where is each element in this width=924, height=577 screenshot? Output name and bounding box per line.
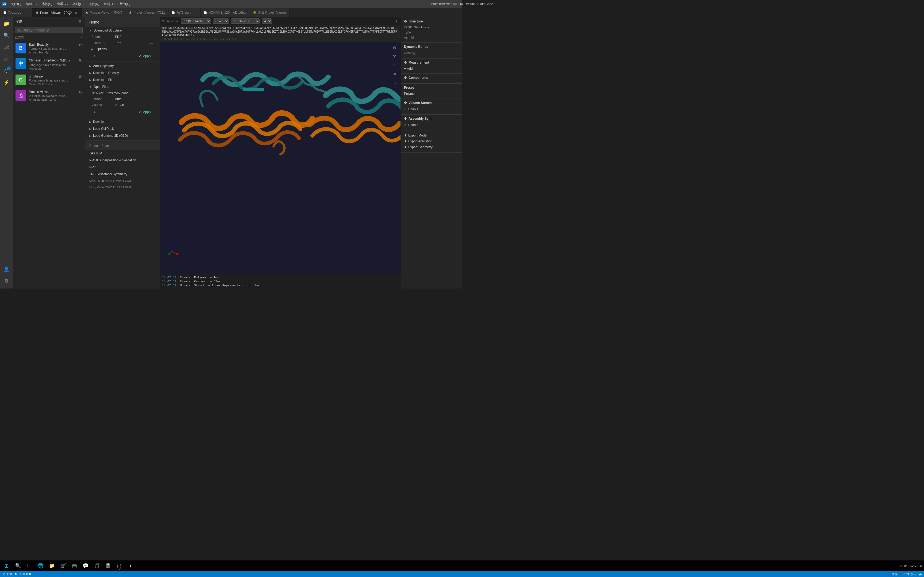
tab-sf-cif[interactable]: 📄 7p71-sf.cif xyxy=(168,8,200,18)
export-animation-button[interactable]: ⬇ Export Animation xyxy=(404,139,459,144)
plus-icon: + xyxy=(404,67,406,71)
pdb-id-row: PDB Id(s) 1tqn ··· xyxy=(85,40,160,46)
residue-select[interactable]: A xyxy=(262,18,272,24)
sliders-icon[interactable]: ≡ xyxy=(391,70,398,77)
ext-item-gmxhelper[interactable]: G gmxhelper For gromacs language supp...… xyxy=(13,73,85,88)
explorer-icon: 📁 xyxy=(3,21,10,27)
tab-viewer-7pqx-close[interactable]: ✕ xyxy=(74,10,78,16)
activity-explorer[interactable]: 📁 xyxy=(1,18,12,29)
ext-item-chinese[interactable]: 中 Chinese (Simplified) (简体...) Language … xyxy=(13,56,85,73)
ext-gear-chinese[interactable]: ⚙ xyxy=(79,58,82,63)
ext-item-bash-beautify[interactable]: B Bash Beautify Format / Beautify bash a… xyxy=(13,40,85,56)
cursor-icon[interactable]: ↖ xyxy=(391,61,398,69)
svg-line-2 xyxy=(172,251,177,254)
options-toggle[interactable]: ▶ Options xyxy=(85,46,160,52)
export-animation-label: Export Animation xyxy=(408,139,433,143)
tab-viewer-7o21-label: Protein Viewer - 7O21 xyxy=(133,11,165,15)
menu-item-s[interactable]: 选择(S) xyxy=(39,2,54,7)
activity-search[interactable]: 🔍 xyxy=(1,30,12,41)
refresh-icon[interactable]: ↻ xyxy=(89,53,101,59)
refresh-icon-2[interactable]: ↻ xyxy=(89,109,101,115)
activity-debug[interactable]: ▷ xyxy=(1,54,12,64)
sequence-numbers: 111 121 131 141 151 161 171 181 191 201 … xyxy=(162,37,398,41)
apply-button-2[interactable]: ✓ Apply xyxy=(134,108,155,115)
assembly-enable-label: Enable xyxy=(408,123,418,127)
activity-settings[interactable]: ⚙ xyxy=(1,276,12,286)
log-row-0: 14:07:31 Created Polymer in 1ms. xyxy=(161,276,399,279)
remote-state-3[interactable]: 1RB8 Assembly Symmetry xyxy=(85,171,160,177)
molecular-viewer[interactable]: ⚙ 👁 ↖ ≡ ↘ xyxy=(160,42,401,274)
activity-accounts[interactable]: 👤 xyxy=(1,264,12,275)
sidebar-extensions: 扩展 ⊟ 已安装 4 B Bash Beautify Format / Beau… xyxy=(13,18,85,288)
tab-viewer-7o21-icon: 🔬 xyxy=(129,11,132,14)
load-genome3d-section[interactable]: ▶ Load Genome 3D (G3D) xyxy=(85,132,160,139)
pdb-options-icon[interactable]: ··· xyxy=(150,41,153,45)
apply-button[interactable]: ✓ Apply xyxy=(134,53,155,60)
remote-state-1[interactable]: P-450 Superposition & Validation xyxy=(85,157,160,164)
nothing-text: Nothing xyxy=(404,50,459,56)
sidebar-filter-icon[interactable]: ⊟ xyxy=(78,19,82,24)
volume-stream-title: ⚙ Volume Stream xyxy=(404,101,459,105)
log-area: 14:07:31 Created Polymer in 1ms.14:07:32… xyxy=(160,274,401,288)
menu-item-f[interactable]: 文件(F) xyxy=(8,2,23,7)
activity-remote[interactable]: ⚡ xyxy=(1,77,12,88)
chain-value-select[interactable]: 1: Putative iro... xyxy=(231,18,260,24)
add-measurement-button[interactable]: + Add xyxy=(404,66,459,71)
tab-viewer-7pqx-2[interactable]: 🔬 Protein Viewer - 7PQX xyxy=(82,8,126,18)
activity-source-control[interactable]: ⎇ xyxy=(1,42,12,53)
load-cellpack-section[interactable]: ▶ Load CellPack xyxy=(85,125,160,132)
sequence-of-label: Sequence of xyxy=(162,19,179,23)
tab-noname[interactable]: 📄 NONAME_120.mol2.pdbqt xyxy=(200,8,250,18)
check-icon-2: ✓ xyxy=(139,110,141,114)
visuals-label: Visuals xyxy=(91,103,113,107)
titlebar: VS 文件(F)编辑(E)选择(S)查看(V)转到(G)运行(R)终端(T)帮助… xyxy=(0,0,462,8)
tab-viewer-7o21[interactable]: 🔬 Protein Viewer - 7O21 xyxy=(125,8,168,18)
ext-gear-gmxhelper[interactable]: ⚙ xyxy=(79,74,82,79)
structure-section-title: ⚙ Structure xyxy=(404,19,459,23)
ext-item-protein-viewer[interactable]: 🔬 Protein Viewer Visualise 3D biological… xyxy=(13,88,85,103)
load-genome3d-label: Load Genome 3D (G3D) xyxy=(93,134,128,137)
download-section[interactable]: ▶ Download xyxy=(85,118,160,125)
volume-enable-toggle[interactable]: ✓ Enable xyxy=(404,106,459,112)
export-animation-icon: ⬇ xyxy=(404,139,407,143)
menu-item-e[interactable]: 编辑(E) xyxy=(24,2,39,7)
search-input[interactable] xyxy=(15,27,82,34)
tab-ext[interactable]: 🧩 扩展 Protein Viewer xyxy=(250,8,289,18)
ext-gear-bash-beautify[interactable]: ⚙ xyxy=(79,43,82,47)
tab-viewer-7pqx-2-label: Protein Viewer - 7PQX xyxy=(90,11,122,15)
menu-item-t[interactable]: 终端(T) xyxy=(102,2,116,7)
structure-select[interactable]: 7PQX | Structu... xyxy=(181,18,211,24)
activity-extensions[interactable]: ⬡1 xyxy=(1,66,12,76)
ext-gear-protein-viewer[interactable]: ⚙ xyxy=(79,90,82,94)
select-icon[interactable]: ↘ xyxy=(391,79,398,86)
export-model-button[interactable]: ⬇ Export Model xyxy=(404,132,459,139)
remote-state-0[interactable]: Zika+EM xyxy=(85,150,160,157)
menu-item-r[interactable]: 运行(R) xyxy=(86,2,102,7)
log-msg-2: Updated Structure Focus Representation i… xyxy=(180,284,262,287)
eye-icon[interactable]: 👁 xyxy=(391,53,398,60)
type-row: Type xyxy=(404,30,459,35)
extensions-badge: 1 xyxy=(7,66,11,70)
menu-item-h[interactable]: 帮助(H) xyxy=(117,2,132,7)
download-density-section[interactable]: ▶ Download Density xyxy=(85,69,160,76)
assembly-enable-toggle[interactable]: ✓ Enable xyxy=(404,122,459,128)
tab-noname-icon: 📄 xyxy=(204,11,207,14)
settings-icon[interactable]: ⚙ xyxy=(391,44,398,52)
menu-item-v[interactable]: 查看(V) xyxy=(55,2,70,7)
info-button[interactable]: ℹ xyxy=(395,18,398,24)
tab-pdb[interactable]: 📄 7pqx.pdb xyxy=(0,8,32,18)
export-geometry-button[interactable]: ⬇ Export Geometry xyxy=(404,144,459,150)
tab-viewer-7pqx[interactable]: 🔬 Protein Viewer - 7PQX ✕ xyxy=(32,8,82,18)
remote-state-2[interactable]: NPC xyxy=(85,164,160,171)
log-row-2: 14:07:32 Updated Structure Focus Represe… xyxy=(161,284,399,287)
download-structure-section[interactable]: ▼ Download Structure xyxy=(85,27,160,34)
add-trajectory-section[interactable]: ▶ Add Trajectory xyxy=(85,63,160,69)
menu-item-g[interactable]: 转到(G) xyxy=(70,2,86,7)
pdb-id-value: 1tqn xyxy=(115,41,148,45)
chevron-right-icon: ▶ xyxy=(89,121,91,123)
download-file-section[interactable]: ▶ Download File xyxy=(85,76,160,83)
open-files-section[interactable]: ▼ Open Files xyxy=(85,83,160,90)
chain-select[interactable]: Chain xyxy=(213,18,229,24)
source-control-icon: ⎇ xyxy=(4,44,10,50)
volume-stream-section: ⚙ Volume Stream ✓ Enable xyxy=(401,99,462,114)
